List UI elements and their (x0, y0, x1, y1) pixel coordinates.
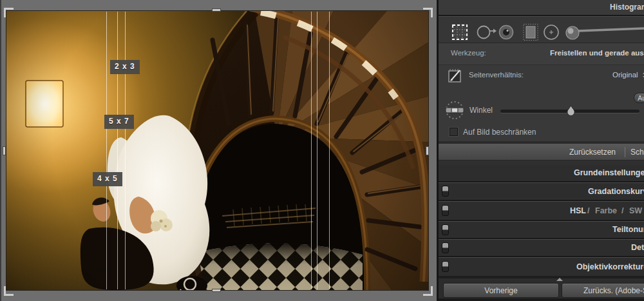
divider (439, 160, 644, 165)
collapse-arrow-icon[interactable] (556, 278, 563, 281)
panel-toggle[interactable] (442, 186, 449, 197)
angle-row: Autom. Winkel (439, 86, 644, 124)
lightroom-window: 2 x 3 5 x 7 4 x 5 Histogramm (0, 0, 644, 301)
crop-guide-23-right (311, 12, 312, 289)
window-edge (0, 0, 1, 301)
crop-handle-top-right[interactable] (423, 8, 433, 17)
section-label-farbe: Farbe (595, 206, 617, 215)
crop-handle-bottom-right[interactable] (423, 286, 433, 296)
crop-handle-right[interactable] (426, 146, 429, 155)
crop-guide-57-left (117, 12, 118, 289)
histogram-header[interactable]: Histogramm (439, 0, 644, 15)
angle-slider-handle[interactable] (567, 106, 575, 115)
red-eye-icon[interactable] (500, 26, 513, 39)
image-workarea: 2 x 3 5 x 7 4 x 5 (0, 0, 437, 301)
section-label: Grundeinstellungen (574, 168, 644, 177)
constrain-checkbox[interactable] (450, 128, 458, 136)
adjustment-brush-icon[interactable] (566, 26, 644, 39)
crop-guide-57-right (317, 12, 317, 289)
crop-handle-left[interactable] (3, 146, 6, 155)
tool-action-bar: Zurücksetzen Schließen (439, 143, 644, 160)
aspect-crop-icon (447, 68, 464, 84)
angle-level-icon (444, 100, 466, 121)
panel-toggle[interactable] (442, 261, 449, 272)
close-button[interactable]: Schließen (630, 148, 644, 157)
section-gradationskurve[interactable]: Gradationskurve (439, 183, 644, 200)
crop-handle-top-left[interactable] (4, 8, 14, 17)
previous-button[interactable]: Vorherige (443, 283, 559, 298)
section-label-hsl: HSL (570, 206, 586, 215)
tool-row: Werkzeug: Freistellen und gerade ausrich… (439, 43, 644, 64)
reset-default-button[interactable]: Zurücks. (Adobe-Standardeinst.) (562, 283, 644, 298)
tool-strip (439, 17, 644, 43)
ratio-label-2x3: 2 x 3 (110, 60, 140, 74)
tool-row-value: Freistellen und gerade ausrichten (550, 49, 644, 57)
crop-tool-icon[interactable] (451, 24, 468, 41)
ratio-label-5x7: 5 x 7 (104, 115, 134, 129)
panel-toggle[interactable] (442, 205, 449, 216)
section-teiltonung[interactable]: Teiltonung (439, 222, 644, 238)
section-label-sw: SW (629, 206, 642, 215)
section-label: Gradationskurve (588, 187, 644, 196)
crop-guide-23-left (125, 12, 126, 289)
section-objektivkorrekturen[interactable]: Objektivkorrekturen (439, 258, 644, 276)
photo-canvas[interactable] (6, 11, 428, 290)
histogram-title: Histogramm (610, 3, 644, 12)
crop-handle-top[interactable] (212, 8, 221, 12)
aspect-value[interactable]: Original (612, 71, 638, 79)
constrain-row: Auf Bild beschränken (439, 124, 644, 141)
section-hsl-farbe-sw[interactable]: HSL / Farbe / SW (439, 202, 644, 220)
panel-toggle[interactable] (442, 224, 449, 235)
constrain-label: Auf Bild beschränken (463, 128, 536, 137)
spot-removal-icon[interactable] (478, 26, 497, 39)
graduated-filter-icon[interactable] (524, 24, 538, 41)
crop-guide-45-left (106, 12, 107, 289)
section-label: Objektivkorrekturen (576, 262, 644, 271)
section-label: Teiltonung (612, 225, 644, 234)
reset-button[interactable]: Zurücksetzen (569, 148, 616, 157)
crop-guide-45-right (329, 12, 330, 289)
aspect-label: Seitenverhältnis: (469, 71, 524, 79)
action-bar-divider (625, 147, 625, 157)
section-label-sep: / (587, 206, 589, 215)
auto-button[interactable]: Autom. (634, 93, 644, 103)
develop-panel: Histogramm (437, 0, 644, 301)
panel-toggle[interactable] (442, 242, 449, 253)
footer-edge (439, 298, 644, 301)
section-details[interactable]: Details (439, 240, 644, 256)
tool-row-label: Werkzeug: (451, 49, 486, 57)
section-label: Details (631, 243, 644, 252)
aspect-row: Seitenverhältnis: Original (439, 64, 644, 86)
staircase-photo (6, 11, 428, 290)
section-label-sep: / (621, 206, 623, 215)
panel-footer: Vorherige Zurücks. (Adobe-Standardeinst.… (439, 278, 644, 301)
crop-handle-bottom-left[interactable] (4, 286, 14, 296)
section-grundeinstellungen[interactable]: Grundeinstellungen (439, 165, 644, 181)
radial-filter-icon[interactable] (544, 25, 558, 39)
crop-handle-bottom[interactable] (212, 289, 221, 292)
ratio-label-4x5: 4 x 5 (93, 172, 122, 186)
angle-label: Winkel (469, 106, 493, 115)
